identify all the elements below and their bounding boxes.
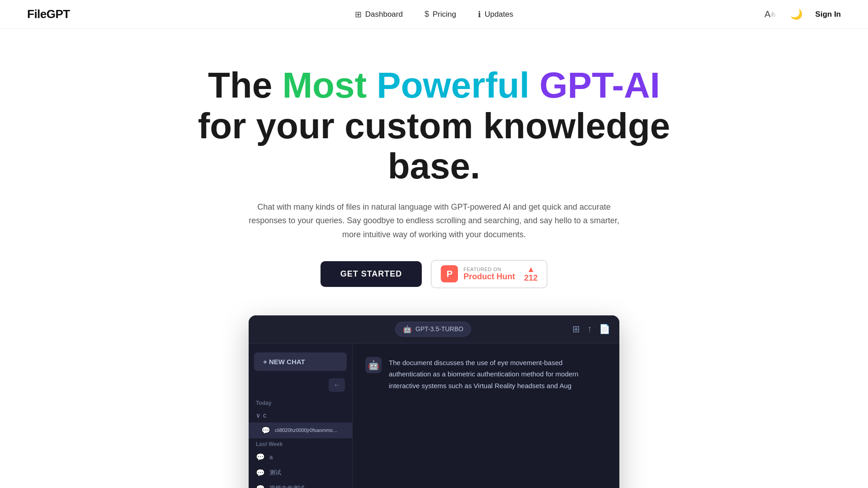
document-icon[interactable]: 📄 <box>599 324 610 334</box>
sign-in-button[interactable]: Sign In <box>815 10 841 19</box>
hero-title-suffix: for your custom knowledge base. <box>198 106 670 187</box>
upload-icon[interactable]: ↑ <box>587 324 592 334</box>
hero-section: The Most Powerful GPT-AI for your custom… <box>0 29 868 315</box>
hero-word-powerful: Powerful <box>377 65 529 105</box>
demo-body: + NEW CHAT ← Today ∨ c 💬 cli8020hz0000jr… <box>249 343 619 488</box>
language-toggle-button[interactable]: Aあ <box>763 7 778 21</box>
chat-test-label: 测试 <box>269 469 281 477</box>
chat-message: The document discusses the use of eye mo… <box>389 357 597 392</box>
hero-word-ai: AI <box>624 65 660 105</box>
sidebar-collapse-c[interactable]: ∨ c <box>249 408 352 422</box>
product-hunt-text: FEATURED ON Product Hunt <box>463 267 515 282</box>
bot-avatar: 🤖 <box>365 357 382 373</box>
sidebar-item-cli[interactable]: 💬 cli8020hz0000jr0fsaommso7 <box>249 422 352 438</box>
gpt-model-label: GPT-3.5-TURBO <box>415 325 463 333</box>
gpt-model-badge[interactable]: 🤖 GPT-3.5-TURBO <box>395 322 471 337</box>
product-hunt-name: Product Hunt <box>463 272 515 282</box>
hero-buttons: GET STARTED P FEATURED ON Product Hunt ▲… <box>321 260 548 288</box>
topbar-actions: ⊞ ↑ 📄 <box>572 324 610 334</box>
product-hunt-count: 212 <box>524 273 538 283</box>
dark-mode-toggle-button[interactable]: 🌙 <box>788 7 804 22</box>
chat-a1-label: a <box>269 454 273 460</box>
nav-dashboard[interactable]: ⊞ Dashboard <box>355 9 403 19</box>
hero-subtitle: Chat with many kinds of files in natural… <box>240 200 628 242</box>
sidebar-item-video[interactable]: 💬 视频文件测试 <box>249 481 352 488</box>
product-hunt-button[interactable]: P FEATURED ON Product Hunt ▲ 212 <box>431 260 547 288</box>
chat-bubble-icon-1: 💬 <box>256 453 265 461</box>
demo-window: 🤖 GPT-3.5-TURBO ⊞ ↑ 📄 + NEW CHAT ← Today… <box>249 315 619 488</box>
robot-icon: 🤖 <box>368 360 379 371</box>
product-hunt-logo: P <box>441 265 458 282</box>
language-icon: A <box>764 9 770 19</box>
chat-c-label: c <box>263 412 266 419</box>
sidebar-top-row: ← <box>252 376 349 395</box>
upvote-arrow-icon: ▲ <box>527 265 535 273</box>
hero-word-dash: - <box>612 65 624 105</box>
bot-icon: 🤖 <box>403 325 412 333</box>
chevron-down-icon: ∨ <box>256 412 260 419</box>
demo-main: 🤖 The document discusses the use of eye … <box>353 343 619 488</box>
demo-container: 🤖 GPT-3.5-TURBO ⊞ ↑ 📄 + NEW CHAT ← Today… <box>0 315 868 488</box>
chat-cli-label: cli8020hz0000jr0fsaommso7 <box>275 427 338 433</box>
chat-bubble-active-icon: 💬 <box>261 426 270 435</box>
sidebar-item-a1[interactable]: 💬 a <box>249 449 352 465</box>
sidebar-collapse-button[interactable]: ← <box>329 378 345 392</box>
navbar: FileGPT ⊞ Dashboard $ Pricing ℹ Updates … <box>0 0 868 29</box>
hero-word-most: Most <box>282 65 367 105</box>
pricing-icon: $ <box>425 9 429 19</box>
hero-title: The Most Powerful GPT-AI for your custom… <box>163 65 705 187</box>
product-hunt-featured-label: FEATURED ON <box>463 267 515 272</box>
nav-pricing[interactable]: $ Pricing <box>425 9 456 19</box>
hero-word-gpt: GPT <box>539 65 612 105</box>
hero-title-the: The <box>208 65 282 105</box>
updates-icon: ℹ <box>478 9 481 19</box>
chat-bubble-icon-2: 💬 <box>256 469 265 477</box>
chat-video-label: 视频文件测试 <box>269 484 305 488</box>
nav-links: ⊞ Dashboard $ Pricing ℹ Updates <box>355 9 513 19</box>
new-chat-button[interactable]: + NEW CHAT <box>254 352 347 371</box>
demo-topbar: 🤖 GPT-3.5-TURBO ⊞ ↑ 📄 <box>249 315 619 343</box>
product-hunt-score: ▲ 212 <box>524 265 538 283</box>
navbar-actions: Aあ 🌙 Sign In <box>763 7 841 22</box>
chat-bubble-icon-3: 💬 <box>256 484 265 488</box>
grid-icon[interactable]: ⊞ <box>572 324 580 334</box>
dashboard-icon: ⊞ <box>355 9 362 19</box>
last-week-section-label: Last Week <box>249 438 352 449</box>
demo-sidebar: + NEW CHAT ← Today ∨ c 💬 cli8020hz0000jr… <box>249 343 353 488</box>
nav-updates[interactable]: ℹ Updates <box>478 9 513 19</box>
get-started-button[interactable]: GET STARTED <box>321 261 422 287</box>
moon-icon: 🌙 <box>790 9 802 20</box>
brand-logo: FileGPT <box>27 7 70 21</box>
sidebar-item-test[interactable]: 💬 测试 <box>249 465 352 481</box>
today-section-label: Today <box>249 397 352 408</box>
